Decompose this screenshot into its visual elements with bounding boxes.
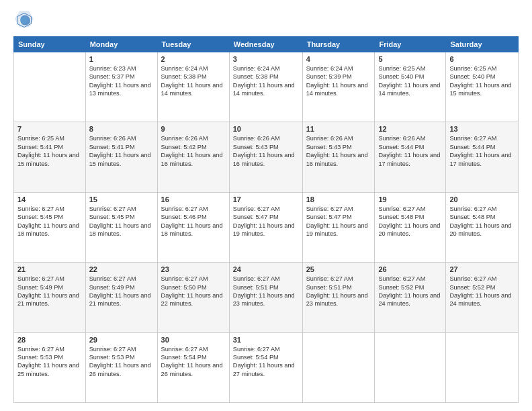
calendar-cell: 13Sunrise: 6:27 AMSunset: 5:44 PMDayligh…: [446, 122, 519, 192]
day-info: Sunrise: 6:27 AMSunset: 5:54 PMDaylight:…: [161, 345, 226, 379]
day-info: Sunrise: 6:25 AMSunset: 5:40 PMDaylight:…: [449, 64, 515, 98]
day-info: Sunrise: 6:27 AMSunset: 5:47 PMDaylight:…: [233, 205, 299, 238]
day-number: 14: [17, 195, 82, 203]
day-info: Sunrise: 6:26 AMSunset: 5:43 PMDaylight:…: [306, 134, 371, 168]
calendar-cell: 1Sunrise: 6:23 AMSunset: 5:37 PMDaylight…: [85, 52, 157, 122]
day-info: Sunrise: 6:27 AMSunset: 5:47 PMDaylight:…: [306, 205, 371, 238]
calendar-cell: [14, 52, 86, 122]
calendar-cell: 28Sunrise: 6:27 AMSunset: 5:53 PMDayligh…: [14, 332, 86, 402]
calendar-cell: 22Sunrise: 6:27 AMSunset: 5:49 PMDayligh…: [85, 263, 157, 332]
day-info: Sunrise: 6:27 AMSunset: 5:45 PMDaylight:…: [17, 205, 82, 238]
calendar-day-header: Tuesday: [157, 37, 229, 52]
calendar-cell: [302, 332, 375, 402]
calendar-table: SundayMondayTuesdayWednesdayThursdayFrid…: [13, 36, 519, 403]
day-number: 17: [233, 195, 299, 203]
day-number: 31: [233, 336, 299, 344]
calendar-day-header: Wednesday: [229, 37, 302, 52]
calendar-cell: [375, 332, 446, 402]
calendar-cell: 12Sunrise: 6:26 AMSunset: 5:44 PMDayligh…: [375, 122, 446, 192]
day-info: Sunrise: 6:27 AMSunset: 5:48 PMDaylight:…: [378, 205, 442, 238]
day-number: 29: [89, 336, 154, 344]
day-number: 20: [449, 195, 515, 203]
calendar-cell: 21Sunrise: 6:27 AMSunset: 5:49 PMDayligh…: [14, 263, 86, 332]
day-info: Sunrise: 6:27 AMSunset: 5:54 PMDaylight:…: [233, 345, 299, 379]
calendar-cell: 15Sunrise: 6:27 AMSunset: 5:45 PMDayligh…: [85, 192, 157, 262]
day-info: Sunrise: 6:26 AMSunset: 5:43 PMDaylight:…: [233, 134, 299, 168]
day-number: 7: [17, 125, 82, 133]
calendar-cell: 29Sunrise: 6:27 AMSunset: 5:53 PMDayligh…: [85, 332, 157, 402]
day-info: Sunrise: 6:27 AMSunset: 5:51 PMDaylight:…: [306, 275, 371, 308]
calendar-week-row: 1Sunrise: 6:23 AMSunset: 5:37 PMDaylight…: [14, 52, 519, 122]
day-info: Sunrise: 6:27 AMSunset: 5:53 PMDaylight:…: [17, 345, 82, 379]
calendar-cell: 23Sunrise: 6:27 AMSunset: 5:50 PMDayligh…: [157, 263, 229, 332]
day-number: 22: [89, 265, 154, 273]
calendar-cell: 3Sunrise: 6:24 AMSunset: 5:38 PMDaylight…: [229, 52, 302, 122]
calendar-cell: 30Sunrise: 6:27 AMSunset: 5:54 PMDayligh…: [157, 332, 229, 402]
day-info: Sunrise: 6:27 AMSunset: 5:44 PMDaylight:…: [449, 134, 515, 168]
day-info: Sunrise: 6:27 AMSunset: 5:45 PMDaylight:…: [89, 205, 154, 238]
day-info: Sunrise: 6:26 AMSunset: 5:41 PMDaylight:…: [89, 134, 154, 168]
calendar-cell: 5Sunrise: 6:25 AMSunset: 5:40 PMDaylight…: [375, 52, 446, 122]
day-number: 2: [161, 55, 226, 63]
day-number: 4: [306, 55, 371, 63]
day-info: Sunrise: 6:25 AMSunset: 5:40 PMDaylight:…: [378, 64, 442, 98]
calendar-cell: 7Sunrise: 6:25 AMSunset: 5:41 PMDaylight…: [14, 122, 86, 192]
calendar-cell: 16Sunrise: 6:27 AMSunset: 5:46 PMDayligh…: [157, 192, 229, 262]
calendar-cell: 11Sunrise: 6:26 AMSunset: 5:43 PMDayligh…: [302, 122, 375, 192]
day-number: 23: [161, 265, 226, 273]
calendar-cell: 2Sunrise: 6:24 AMSunset: 5:38 PMDaylight…: [157, 52, 229, 122]
calendar-day-header: Friday: [375, 37, 446, 52]
day-number: 15: [89, 195, 154, 203]
day-number: 21: [17, 265, 82, 273]
page: SundayMondayTuesdayWednesdayThursdayFrid…: [0, 0, 532, 411]
day-number: 27: [449, 265, 515, 273]
day-info: Sunrise: 6:24 AMSunset: 5:39 PMDaylight:…: [306, 64, 371, 98]
day-info: Sunrise: 6:27 AMSunset: 5:49 PMDaylight:…: [89, 275, 154, 308]
calendar-cell: 24Sunrise: 6:27 AMSunset: 5:51 PMDayligh…: [229, 263, 302, 332]
calendar-cell: 17Sunrise: 6:27 AMSunset: 5:47 PMDayligh…: [229, 192, 302, 262]
day-number: 13: [449, 125, 515, 133]
calendar-cell: 18Sunrise: 6:27 AMSunset: 5:47 PMDayligh…: [302, 192, 375, 262]
day-info: Sunrise: 6:27 AMSunset: 5:52 PMDaylight:…: [378, 275, 442, 308]
day-info: Sunrise: 6:27 AMSunset: 5:46 PMDaylight:…: [161, 205, 226, 238]
day-number: 25: [306, 265, 371, 273]
calendar-cell: 8Sunrise: 6:26 AMSunset: 5:41 PMDaylight…: [85, 122, 157, 192]
day-number: 9: [161, 125, 226, 133]
day-info: Sunrise: 6:23 AMSunset: 5:37 PMDaylight:…: [89, 64, 154, 98]
header: [13, 11, 519, 30]
calendar-week-row: 7Sunrise: 6:25 AMSunset: 5:41 PMDaylight…: [14, 122, 519, 192]
day-number: 12: [378, 125, 442, 133]
day-number: 11: [306, 125, 371, 133]
logo-icon: [15, 11, 34, 30]
calendar-cell: 27Sunrise: 6:27 AMSunset: 5:52 PMDayligh…: [446, 263, 519, 332]
day-info: Sunrise: 6:27 AMSunset: 5:50 PMDaylight:…: [161, 275, 226, 308]
calendar-cell: 26Sunrise: 6:27 AMSunset: 5:52 PMDayligh…: [375, 263, 446, 332]
day-number: 8: [89, 125, 154, 133]
calendar-day-header: Saturday: [446, 37, 519, 52]
day-number: 24: [233, 265, 299, 273]
calendar-cell: 20Sunrise: 6:27 AMSunset: 5:48 PMDayligh…: [446, 192, 519, 262]
day-number: 16: [161, 195, 226, 203]
day-number: 19: [378, 195, 442, 203]
day-number: 18: [306, 195, 371, 203]
calendar-cell: 9Sunrise: 6:26 AMSunset: 5:42 PMDaylight…: [157, 122, 229, 192]
logo: [13, 11, 36, 30]
day-info: Sunrise: 6:26 AMSunset: 5:44 PMDaylight:…: [378, 134, 442, 168]
calendar-cell: 19Sunrise: 6:27 AMSunset: 5:48 PMDayligh…: [375, 192, 446, 262]
day-number: 26: [378, 265, 442, 273]
day-info: Sunrise: 6:26 AMSunset: 5:42 PMDaylight:…: [161, 134, 226, 168]
calendar-cell: 31Sunrise: 6:27 AMSunset: 5:54 PMDayligh…: [229, 332, 302, 402]
calendar-cell: 14Sunrise: 6:27 AMSunset: 5:45 PMDayligh…: [14, 192, 86, 262]
calendar-day-header: Thursday: [302, 37, 375, 52]
calendar-cell: 10Sunrise: 6:26 AMSunset: 5:43 PMDayligh…: [229, 122, 302, 192]
day-info: Sunrise: 6:27 AMSunset: 5:49 PMDaylight:…: [17, 275, 82, 308]
day-number: 5: [378, 55, 442, 63]
day-number: 28: [17, 336, 82, 344]
day-number: 30: [161, 336, 226, 344]
day-info: Sunrise: 6:27 AMSunset: 5:53 PMDaylight:…: [89, 345, 154, 379]
calendar-week-row: 21Sunrise: 6:27 AMSunset: 5:49 PMDayligh…: [14, 263, 519, 332]
day-info: Sunrise: 6:27 AMSunset: 5:51 PMDaylight:…: [233, 275, 299, 308]
calendar-cell: 4Sunrise: 6:24 AMSunset: 5:39 PMDaylight…: [302, 52, 375, 122]
calendar-cell: [446, 332, 519, 402]
calendar-week-row: 14Sunrise: 6:27 AMSunset: 5:45 PMDayligh…: [14, 192, 519, 262]
